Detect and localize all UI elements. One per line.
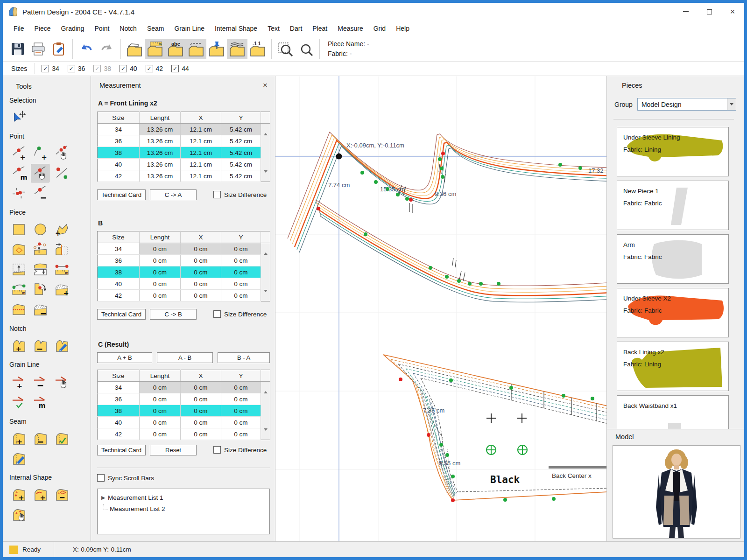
piece-seamline-icon[interactable] bbox=[186, 39, 206, 59]
size-difference-a[interactable]: Size Difference bbox=[213, 191, 267, 198]
size-checkbox-42[interactable]: ✓42 bbox=[146, 65, 163, 72]
menu-help[interactable]: Help bbox=[391, 25, 415, 32]
seam-remove-icon[interactable] bbox=[31, 429, 49, 448]
internal-select-icon[interactable] bbox=[9, 505, 28, 524]
seam-check-icon[interactable] bbox=[53, 429, 71, 448]
expand-icon[interactable]: ▶ bbox=[101, 495, 108, 501]
menu-measure[interactable]: Measure bbox=[332, 25, 368, 32]
internal-remove-icon[interactable] bbox=[53, 485, 71, 504]
zoom-icon[interactable] bbox=[296, 39, 316, 59]
piece-rotate-icon[interactable] bbox=[31, 280, 49, 299]
a-minus-b-button[interactable]: A - B bbox=[157, 352, 213, 363]
piece-remove-margin-icon[interactable] bbox=[31, 300, 49, 319]
piece-split-vertical-icon[interactable] bbox=[53, 240, 71, 259]
checkbox-icon[interactable]: ✓ bbox=[146, 65, 153, 72]
sync-scroll-bars[interactable]: Sync Scroll Bars bbox=[97, 474, 154, 482]
size-checkbox-36[interactable]: ✓36 bbox=[68, 65, 85, 72]
redo-icon[interactable] bbox=[97, 39, 117, 59]
piece-card-arm[interactable]: Arm Fabric: Fabric bbox=[617, 234, 729, 284]
point-divide-icon[interactable] bbox=[53, 164, 71, 182]
point-add-curve-icon[interactable]: + bbox=[31, 144, 49, 162]
point-add-icon[interactable]: + bbox=[9, 144, 28, 162]
selection-tool-icon[interactable] bbox=[9, 108, 28, 126]
undo-icon[interactable] bbox=[76, 39, 97, 59]
scroll-up-icon[interactable] bbox=[264, 391, 268, 393]
piece-card-back-lining-x2[interactable]: Back Lining x2 Fabric: Lining bbox=[617, 342, 729, 391]
piece-rectangle-icon[interactable] bbox=[9, 220, 28, 238]
maximize-button[interactable] bbox=[698, 3, 721, 21]
close-icon[interactable]: × bbox=[263, 81, 268, 90]
list-item[interactable]: ▶Measurement List 1 bbox=[101, 492, 269, 503]
internal-add-curve-icon[interactable]: + bbox=[31, 485, 49, 504]
zoom-selection-icon[interactable] bbox=[275, 39, 296, 59]
save-icon[interactable] bbox=[7, 39, 28, 59]
notch-add-icon[interactable]: + bbox=[9, 336, 28, 355]
layers-icon[interactable] bbox=[227, 39, 247, 59]
measurement-table-b[interactable]: SizeLenghtXY 340 cm0 cm0 cm 360 cm0 cm0 … bbox=[97, 231, 270, 301]
checkbox-icon[interactable]: ✓ bbox=[42, 65, 49, 72]
menu-text[interactable]: Text bbox=[262, 25, 285, 32]
checkbox-icon[interactable] bbox=[97, 474, 105, 482]
seam-edit-icon[interactable] bbox=[9, 449, 28, 468]
seam-add-icon[interactable]: + bbox=[9, 429, 28, 448]
size-numbers-icon[interactable]: -1 1 bbox=[247, 39, 268, 59]
piece-freeform-icon[interactable]: + bbox=[53, 220, 71, 238]
grain-measure-icon[interactable]: m bbox=[31, 392, 49, 411]
piece-texts-icon[interactable]: abc bbox=[165, 39, 186, 59]
b-minus-a-button[interactable]: B - A bbox=[218, 352, 270, 363]
menu-internal-shape[interactable]: Internal Shape bbox=[210, 25, 262, 32]
piece-copy-icon[interactable] bbox=[31, 240, 49, 259]
piece-card-under-sleeve-lining[interactable]: Under Sleeve Lining Fabric: Lining bbox=[617, 127, 729, 176]
size-difference-c[interactable]: Size Difference bbox=[213, 446, 267, 454]
a-plus-b-button[interactable]: A + B bbox=[97, 352, 152, 363]
chevron-down-icon[interactable] bbox=[727, 98, 736, 110]
technical-card-button-a[interactable]: Technical Card bbox=[97, 189, 146, 200]
piece-outline-icon[interactable] bbox=[124, 39, 145, 59]
point-move-icon[interactable] bbox=[53, 144, 71, 162]
technical-card-button-c[interactable]: Technical Card bbox=[97, 445, 146, 455]
measure-curve-icon[interactable]: m bbox=[9, 280, 28, 299]
point-delete-icon[interactable] bbox=[31, 184, 49, 203]
measure-line-icon[interactable]: m bbox=[53, 260, 71, 279]
scroll-down-icon[interactable] bbox=[264, 290, 268, 292]
piece-measures-icon[interactable]: m bbox=[145, 39, 165, 59]
menu-seam[interactable]: Seam bbox=[142, 25, 169, 32]
reset-button[interactable]: Reset bbox=[150, 445, 197, 455]
point-select-icon[interactable] bbox=[31, 164, 49, 182]
menu-file[interactable]: File bbox=[8, 25, 29, 32]
notch-remove-icon[interactable] bbox=[31, 336, 49, 355]
piece-card-new-piece-1[interactable]: New Piece 1 Fabric: Fabric bbox=[617, 181, 729, 230]
piece-card-back-waistband-x1[interactable]: Back Waistband x1 bbox=[617, 395, 729, 429]
piece-fold-icon[interactable] bbox=[9, 300, 28, 319]
menu-point[interactable]: Point bbox=[89, 25, 114, 32]
grain-remove-icon[interactable] bbox=[31, 372, 49, 391]
menu-grain-line[interactable]: Grain Line bbox=[169, 25, 210, 32]
menu-dart[interactable]: Dart bbox=[285, 25, 307, 32]
menu-piece[interactable]: Piece bbox=[29, 25, 56, 32]
checkbox-icon[interactable] bbox=[213, 310, 221, 318]
point-midpoint-icon[interactable] bbox=[9, 184, 28, 203]
checkbox-icon[interactable] bbox=[213, 191, 221, 198]
pin-piece-icon[interactable] bbox=[206, 39, 227, 59]
piece-split-horizontal-icon[interactable] bbox=[31, 260, 49, 279]
checkbox-icon[interactable]: ✓ bbox=[171, 65, 179, 72]
menu-pleat[interactable]: Pleat bbox=[307, 25, 332, 32]
grain-add-icon[interactable]: + bbox=[9, 372, 28, 391]
minimize-button[interactable] bbox=[674, 3, 698, 21]
measurement-table-c[interactable]: SizeLenghtXY 340 cm0 cm0 cm 360 cm0 cm0 … bbox=[97, 370, 270, 440]
list-item[interactable]: Measurement List 2 bbox=[101, 503, 269, 514]
piece-card-under-sleeve-x2[interactable]: Under Sleeve X2 Fabric: Fabric bbox=[617, 288, 729, 337]
point-measure-icon[interactable]: m bbox=[9, 164, 28, 182]
measurement-table-a[interactable]: SizeLenghtXY 3413.26 cm12.1 cm5.42 cm 36… bbox=[97, 112, 270, 182]
size-checkbox-34[interactable]: ✓34 bbox=[42, 65, 59, 72]
scroll-down-icon[interactable] bbox=[264, 428, 268, 431]
internal-add-icon[interactable]: + bbox=[9, 485, 28, 504]
pattern-drawing[interactable]: X:-0.09cm, Y:-0.11cm 7.74 cm 15.35 cm 9.… bbox=[275, 76, 607, 541]
plot-print-icon[interactable] bbox=[28, 39, 49, 59]
checkbox-icon[interactable]: ✓ bbox=[120, 65, 127, 72]
close-button[interactable]: × bbox=[721, 3, 744, 21]
scroll-down-icon[interactable] bbox=[264, 170, 268, 173]
scroll-up-icon[interactable] bbox=[264, 252, 268, 255]
scroll-up-icon[interactable] bbox=[264, 133, 268, 135]
menu-notch[interactable]: Notch bbox=[114, 25, 142, 32]
